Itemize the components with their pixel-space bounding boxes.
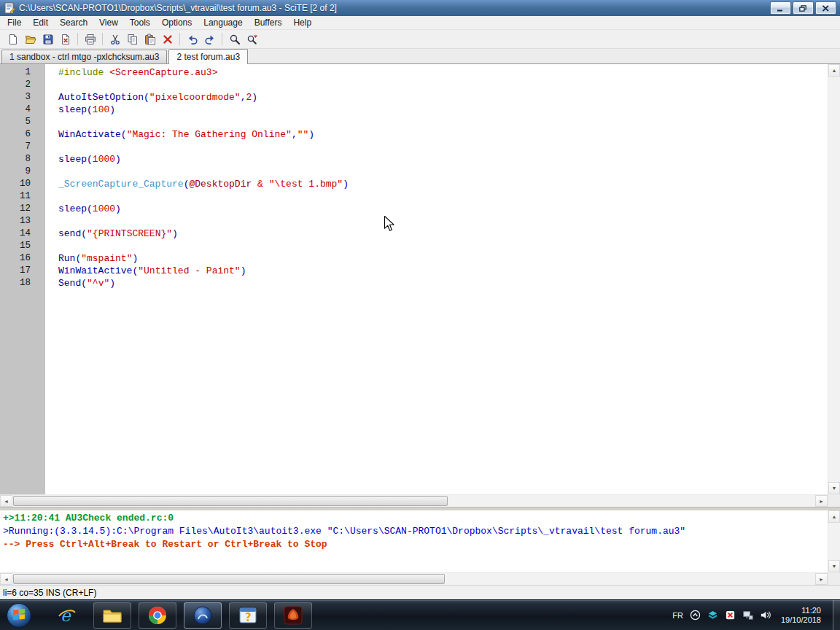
redo-icon: [204, 34, 216, 45]
output-hscroll-thumb[interactable]: [13, 574, 445, 584]
toolbar-find-next-button[interactable]: [244, 31, 260, 47]
line-number: 16: [0, 252, 31, 265]
taskbar-app-chrome[interactable]: [139, 602, 176, 629]
line-number: 14: [0, 228, 31, 240]
code-line: send("{PRINTSCREEN}"): [58, 228, 828, 240]
menu-language[interactable]: Language: [198, 16, 248, 29]
line-number: 1: [0, 66, 31, 79]
restore-button[interactable]: [793, 1, 814, 15]
tab-2[interactable]: 2 test forum.au3: [168, 49, 248, 64]
network-icon[interactable]: [742, 610, 753, 621]
menu-file[interactable]: File: [1, 16, 27, 29]
line-number: 8: [0, 153, 31, 166]
start-button[interactable]: [6, 602, 32, 629]
scroll-right-arrow-icon[interactable]: ►: [815, 573, 828, 585]
cut-icon: [109, 34, 121, 45]
svg-text:?: ?: [245, 611, 252, 624]
toolbar-open-button[interactable]: [22, 31, 39, 47]
volume-icon[interactable]: [760, 610, 771, 621]
code-line: Send("^v"): [58, 277, 828, 289]
taskbar: e? FR 11:20 19/10/2018: [0, 599, 840, 630]
output-vscrollbar[interactable]: ▲ ▼: [828, 510, 840, 572]
close-button[interactable]: [815, 1, 836, 15]
code-area[interactable]: #include <ScreenCapture.au3>AutoItSetOpt…: [45, 64, 828, 494]
minimize-button[interactable]: [770, 1, 791, 15]
code-line: [58, 116, 828, 128]
taskbar-app-internet-explorer[interactable]: e: [48, 602, 86, 629]
language-indicator[interactable]: FR: [672, 611, 683, 620]
scroll-left-arrow-icon[interactable]: ◄: [0, 573, 12, 585]
status-text: li=6 co=35 INS (CR+LF): [3, 588, 96, 598]
line-number: 10: [0, 178, 31, 190]
toolbar-close-file-button[interactable]: [57, 31, 74, 47]
scroll-down-arrow-icon[interactable]: ▼: [828, 560, 840, 572]
status-bar: li=6 co=35 INS (CR+LF): [0, 585, 840, 599]
tab-1[interactable]: 1 sandbox - ctrl mtgo -pxlchcksum.au3: [1, 50, 167, 63]
menu-view[interactable]: View: [93, 16, 124, 29]
toolbar-save-button[interactable]: [39, 31, 56, 47]
editor-hscroll-thumb[interactable]: [13, 496, 448, 506]
toolbar-undo-button[interactable]: [184, 31, 201, 47]
show-hidden-icon[interactable]: [690, 610, 701, 621]
editor-vscrollbar[interactable]: ▲ ▼: [828, 64, 840, 494]
internet-explorer-icon: e: [57, 605, 77, 626]
output-hscrollbar: ◄ ►: [0, 572, 840, 585]
caption-buttons: [770, 1, 840, 15]
scroll-up-arrow-icon[interactable]: ▲: [828, 64, 840, 77]
code-line: [58, 190, 828, 203]
taskbar-app-explorer[interactable]: [93, 602, 131, 629]
sync-icon[interactable]: [707, 610, 718, 621]
menu-edit[interactable]: Edit: [27, 16, 54, 29]
toolbar-delete-button[interactable]: [159, 31, 176, 47]
title-bar[interactable]: C:\Users\SCAN-PROTO1\Dropbox\Scripts\_vt…: [0, 0, 840, 16]
menu-tools[interactable]: Tools: [124, 16, 156, 29]
output-line: --> Press Ctrl+Alt+Break to Restart or C…: [3, 538, 828, 551]
code-line: [58, 166, 828, 178]
scroll-right-arrow-icon[interactable]: ►: [815, 495, 828, 507]
taskbar-app-autoit[interactable]: [184, 602, 222, 629]
code-line: WinActivate("Magic: The Gathering Online…: [58, 128, 828, 141]
menu-help[interactable]: Help: [287, 16, 317, 29]
taskbar-app-red-app[interactable]: [274, 602, 312, 629]
restore-icon: [799, 5, 807, 12]
output-hscroll-track[interactable]: ◄ ►: [0, 572, 828, 585]
menu-buffers[interactable]: Buffers: [249, 16, 288, 29]
alert-icon[interactable]: [725, 610, 736, 621]
toolbar-print-button[interactable]: [82, 31, 98, 47]
scroll-down-arrow-icon[interactable]: ▼: [828, 482, 840, 494]
code-line: _ScreenCapture_Capture(@DesktopDir & "\t…: [58, 178, 828, 190]
toolbar-paste-button[interactable]: [141, 31, 158, 47]
window-title: C:\Users\SCAN-PROTO1\Dropbox\Scripts\_vt…: [19, 3, 337, 13]
taskbar-app-help[interactable]: ?: [229, 602, 267, 629]
scroll-up-arrow-icon[interactable]: ▲: [828, 510, 840, 523]
toolbar-redo-button[interactable]: [201, 31, 218, 47]
line-number: 13: [0, 215, 31, 228]
scroll-left-arrow-icon[interactable]: ◄: [0, 495, 12, 507]
code-line: sleep(100): [58, 104, 828, 116]
output-pane: +>11:20:41 AU3Check ended.rc:0>Running:(…: [0, 510, 840, 572]
line-number: 4: [0, 104, 31, 116]
code-line: AutoItSetOption("pixelcoordmode",2): [58, 91, 828, 104]
editor-hscroll-track[interactable]: ◄ ►: [0, 494, 828, 507]
help-icon: ?: [238, 605, 258, 626]
find-icon: [229, 34, 241, 45]
menu-options[interactable]: Options: [156, 16, 198, 29]
line-number-gutter[interactable]: 123456789101112131415161718: [0, 64, 45, 494]
copy-icon: [127, 34, 139, 45]
menu-search[interactable]: Search: [54, 16, 93, 29]
show-desktop-button[interactable]: [833, 600, 840, 630]
toolbar-separator: [102, 33, 103, 45]
code-line: Run("mspaint"): [58, 252, 828, 265]
output-text[interactable]: +>11:20:41 AU3Check ended.rc:0>Running:(…: [0, 510, 828, 572]
red-app-icon: [283, 605, 303, 626]
taskbar-clock[interactable]: 11:20 19/10/2018: [781, 606, 821, 625]
toolbar-separator: [222, 33, 222, 45]
line-number: 7: [0, 141, 31, 153]
toolbar-cut-button[interactable]: [106, 31, 123, 47]
autoit-icon: [192, 605, 213, 626]
toolbar-find-button[interactable]: [226, 31, 243, 47]
toolbar-new-button[interactable]: [4, 31, 21, 47]
desktop: C:\Users\SCAN-PROTO1\Dropbox\Scripts\_vt…: [0, 0, 840, 630]
toolbar-copy-button[interactable]: [124, 31, 141, 47]
close-file-icon: [60, 34, 71, 45]
